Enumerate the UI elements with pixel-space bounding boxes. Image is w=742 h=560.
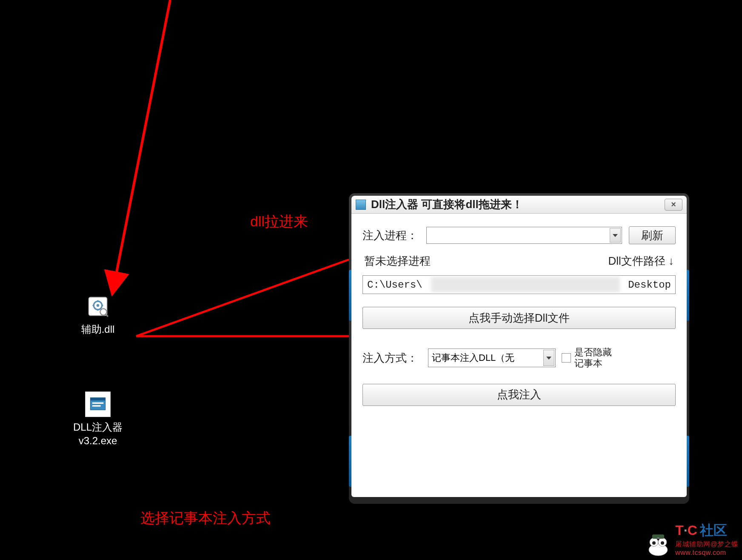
dll-path-label: Dll文件路径 ↓: [608, 254, 674, 269]
svg-point-17: [652, 541, 656, 545]
dll-path-end: Desktop: [628, 279, 671, 291]
watermark-url: www.tcsqw.com: [675, 549, 726, 557]
annotation-drag-hint: dll拉进来: [250, 212, 308, 231]
watermark-subtitle: 屠城辅助网@梦之蝶: [675, 540, 739, 549]
dll-path-blurred: [431, 277, 620, 292]
window-body: 注入进程： 刷新 暂未选择进程 Dll文件路径 ↓ C:\Users\ Desk…: [351, 214, 687, 497]
watermark: T·C社区 屠城辅助网@梦之蝶 www.tcsqw.com: [645, 521, 739, 557]
hide-notepad-label: 是否隐藏 记事本: [574, 347, 612, 369]
watermark-mascot-icon: [645, 533, 672, 557]
dll-injector-window: Dll注入器 可直接将dll拖进来！ × 注入进程： 刷新 暂未选择进程 Dll…: [349, 193, 689, 504]
refresh-button[interactable]: 刷新: [629, 226, 676, 244]
inject-method-value: 记事本注入DLL（无: [432, 351, 514, 364]
process-label: 注入进程：: [362, 228, 426, 243]
chevron-down-icon[interactable]: [543, 350, 554, 366]
close-button[interactable]: ×: [665, 199, 682, 211]
inject-button[interactable]: 点我注入: [362, 384, 676, 406]
svg-line-11: [136, 260, 349, 336]
dll-path-start: C:\Users\: [367, 279, 422, 291]
titlebar[interactable]: Dll注入器 可直接将dll拖进来！ ×: [351, 196, 687, 214]
process-status-text: 暂未选择进程: [364, 254, 431, 269]
inject-method-combobox[interactable]: 记事本注入DLL（无: [428, 349, 556, 367]
watermark-brand: T·C社区: [675, 521, 727, 540]
chevron-down-icon[interactable]: [610, 228, 621, 243]
window-title: Dll注入器 可直接将dll拖进来！: [371, 197, 659, 212]
annotation-method-hint: 选择记事本注入方式: [140, 509, 271, 528]
process-combobox[interactable]: [426, 227, 622, 244]
svg-line-10: [116, 0, 170, 277]
svg-point-18: [661, 541, 664, 545]
app-icon: [356, 200, 366, 210]
hide-notepad-checkbox-wrap[interactable]: 是否隐藏 记事本: [562, 347, 612, 369]
dll-path-input[interactable]: C:\Users\ Desktop: [362, 275, 676, 294]
select-dll-button[interactable]: 点我手动选择Dll文件: [362, 307, 676, 329]
inject-method-label: 注入方式：: [362, 351, 422, 366]
hide-notepad-checkbox[interactable]: [562, 353, 571, 363]
